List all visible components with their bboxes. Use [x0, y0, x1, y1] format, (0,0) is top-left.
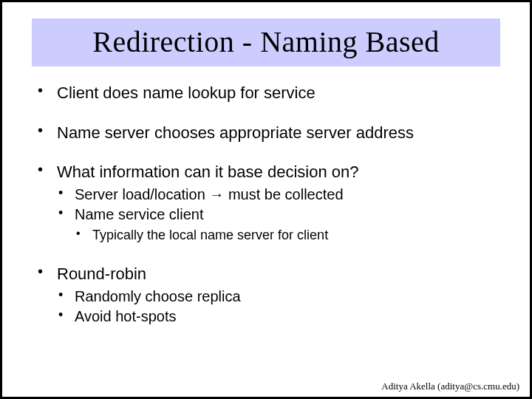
bullet-4-2: Avoid hot-spots: [57, 307, 494, 326]
bullet-list: Client does name lookup for service Name…: [38, 83, 494, 326]
bullet-2: Name server chooses appropriate server a…: [38, 123, 494, 143]
bullet-4-2-text: Avoid hot-spots: [75, 308, 177, 324]
bullet-3-1-pre: Server load/location: [75, 186, 209, 202]
bullet-2-text: Name server chooses appropriate server a…: [57, 123, 414, 142]
bullet-4-text: Round-robin: [57, 265, 146, 283]
bullet-3-2: Name service client Typically the local …: [57, 205, 494, 244]
bullet-4-1: Randomly choose replica: [57, 287, 494, 306]
bullet-3-1: Server load/location → must be collected: [57, 185, 494, 204]
bullet-1-text: Client does name lookup for service: [57, 83, 316, 102]
bullet-4: Round-robin Randomly choose replica Avoi…: [38, 264, 494, 326]
bullet-4-sublist: Randomly choose replica Avoid hot-spots: [57, 287, 494, 326]
slide-body: Client does name lookup for service Name…: [38, 83, 494, 326]
slide-title: Redirection - Naming Based: [39, 24, 493, 59]
bullet-3-2-sublist: Typically the local name server for clie…: [75, 227, 494, 244]
slide-frame: Redirection - Naming Based Client does n…: [0, 0, 532, 399]
bullet-3-2-1-text: Typically the local name server for clie…: [92, 228, 328, 242]
footer-attribution: Aditya Akella (aditya@cs.cmu.edu): [381, 381, 519, 392]
bullet-3-sublist: Server load/location → must be collected…: [57, 185, 494, 244]
bullet-1: Client does name lookup for service: [38, 83, 494, 103]
title-band: Redirection - Naming Based: [32, 18, 500, 66]
bullet-3: What information can it base decision on…: [38, 162, 494, 243]
bullet-4-1-text: Randomly choose replica: [75, 288, 241, 304]
bullet-3-text: What information can it base decision on…: [57, 163, 358, 181]
bullet-3-1-post: must be collected: [224, 186, 343, 202]
bullet-3-2-1: Typically the local name server for clie…: [75, 227, 494, 244]
arrow-icon: →: [209, 186, 224, 202]
bullet-3-2-text: Name service client: [75, 206, 204, 222]
